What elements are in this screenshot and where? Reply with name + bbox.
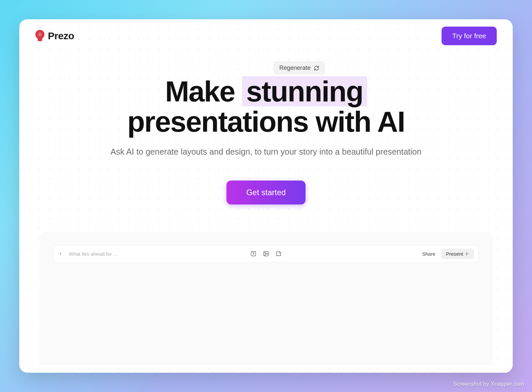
hero-section: Regenerate Make stunning presentations w… [19, 45, 513, 204]
refresh-icon [314, 65, 319, 71]
present-label: Present [446, 251, 463, 257]
play-icon [466, 252, 469, 256]
svg-point-3 [265, 252, 266, 253]
title-prefix: Make [165, 75, 242, 107]
logo[interactable]: Prezo [35, 30, 74, 42]
chevron-left-icon[interactable] [58, 251, 63, 256]
regenerate-button[interactable]: Regenerate [273, 61, 325, 75]
sticky-note-icon[interactable] [276, 251, 282, 257]
title-highlight: stunning [242, 76, 367, 106]
regenerate-label: Regenerate [279, 65, 311, 71]
toolbar-left: What lies ahead for ... [58, 251, 117, 257]
svg-point-0 [38, 32, 42, 37]
get-started-button[interactable]: Get started [226, 181, 306, 204]
header: Prezo Try for free [19, 19, 513, 45]
preview-toolbar: What lies ahead for ... [53, 245, 479, 263]
title-line2: presentations with AI [127, 105, 405, 138]
toolbar-center [250, 251, 282, 257]
svg-marker-4 [466, 252, 468, 255]
hero-title: Make stunning presentations with AI [19, 76, 513, 137]
lightbulb-icon [35, 30, 45, 42]
main-card: Prezo Try for free Regenerate Make stunn… [19, 19, 513, 373]
prompt-placeholder[interactable]: What lies ahead for ... [69, 251, 117, 257]
preview-panel: What lies ahead for ... [39, 232, 493, 365]
hero-subtitle: Ask AI to generate layouts and design, t… [19, 147, 513, 157]
toolbar-right: Share Present [422, 249, 474, 259]
present-button[interactable]: Present [441, 249, 474, 259]
try-free-button[interactable]: Try for free [442, 27, 497, 45]
watermark: Screenshot by Xnapper.com [453, 381, 524, 387]
share-button[interactable]: Share [422, 251, 435, 257]
text-tool-icon[interactable] [250, 251, 256, 257]
image-tool-icon[interactable] [263, 251, 269, 257]
brand-name: Prezo [48, 30, 74, 42]
